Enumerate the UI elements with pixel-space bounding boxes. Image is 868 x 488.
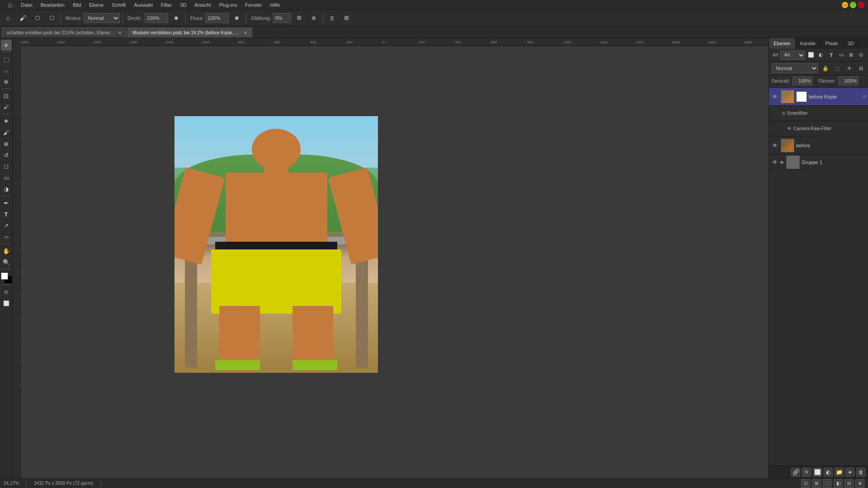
lock-px-btn[interactable]: ⬚ <box>833 64 842 73</box>
statusbar-btn-6[interactable]: ⊕ <box>855 479 864 488</box>
tab-3d[interactable]: 3D <box>843 38 859 49</box>
foreground-color-swatch[interactable] <box>1 272 8 280</box>
menu-hilfe[interactable]: Hilfe <box>266 1 283 9</box>
statusbar-btn-5[interactable]: ⊟ <box>844 479 854 488</box>
menu-fenster[interactable]: Fenster <box>241 1 265 9</box>
menu-datei[interactable]: Datei <box>17 1 36 9</box>
brush-options-btn[interactable]: ⬡ <box>31 12 43 24</box>
menu-3d[interactable]: 3D <box>176 1 190 9</box>
filter-toggle-btn[interactable]: ⊙ <box>857 51 865 60</box>
shape-tool[interactable]: ▭ <box>1 231 12 242</box>
eyedropper-tool[interactable]: 🖋 <box>1 102 12 113</box>
eraser-tool[interactable]: ◻ <box>1 161 12 172</box>
gruppe1-expand-icon[interactable]: ▶ <box>781 160 784 164</box>
add-group-btn[interactable]: 📁 <box>835 468 844 477</box>
menu-bearbeiten[interactable]: Bearbeiten <box>37 1 68 9</box>
sub-camera-raw[interactable]: 👁 Camera Raw-Filter <box>769 121 868 136</box>
opacity-input[interactable] <box>793 76 813 85</box>
menu-auswahl[interactable]: Auswahl <box>130 1 156 9</box>
deckl-input[interactable] <box>145 13 168 23</box>
statusbar-btn-2[interactable]: ⊞ <box>812 479 821 488</box>
dodge-tool[interactable]: ◑ <box>1 183 12 194</box>
deckl-toggle-btn[interactable]: ◉ <box>170 12 183 24</box>
brush-tool[interactable]: 🖌 <box>1 127 12 138</box>
add-style-btn[interactable]: fx <box>802 468 811 477</box>
zoom-tool[interactable]: 🔍 <box>1 257 12 267</box>
menu-plugins[interactable]: Plug-ins <box>215 1 241 9</box>
hand-tool[interactable]: ✋ <box>1 245 12 256</box>
fluss-input[interactable] <box>205 13 229 23</box>
mode-select[interactable]: Normal Multiplizieren Überlagern <box>84 13 120 23</box>
filter-pixel-btn[interactable]: ⬜ <box>807 51 815 60</box>
tab-kanaele[interactable]: Kanäle <box>796 38 821 49</box>
menu-schrift[interactable]: Schrift <box>108 1 129 9</box>
add-adjustment-btn[interactable]: ◐ <box>824 468 833 477</box>
fill-input[interactable] <box>838 76 859 85</box>
canvas-content[interactable] <box>21 46 769 478</box>
extra-btn[interactable]: ⊞ <box>340 12 353 24</box>
blend-mode-select[interactable]: Normal <box>772 63 818 73</box>
statusbar-btn-1[interactable]: ⊡ <box>801 479 810 488</box>
layer-gruppe1[interactable]: 👁 ▶ Gruppe 1 <box>769 155 868 170</box>
menu-filter[interactable]: Filter <box>157 1 175 9</box>
history-tool[interactable]: ↺ <box>1 150 12 160</box>
screen-mode-btn[interactable]: ⬜ <box>1 298 12 309</box>
layer-before-kopie-visibility[interactable]: 👁 <box>771 93 779 101</box>
filter-adjust-btn[interactable]: ◐ <box>817 51 825 60</box>
lock-artboard-btn[interactable]: ⊟ <box>856 64 865 73</box>
crop-tool[interactable]: ⊡ <box>1 90 12 101</box>
tab-2-close[interactable]: ✕ <box>244 30 247 35</box>
selection-tool[interactable]: ⬚ <box>1 54 12 65</box>
layer-before-visibility[interactable]: 👁 <box>771 141 779 150</box>
tab-2[interactable]: Muskeln verstärken.psdc bei 24,2% (befor… <box>127 28 252 38</box>
close-button[interactable]: ✕ <box>858 2 864 8</box>
text-tool[interactable]: T <box>1 209 12 220</box>
minimize-button[interactable]: — <box>842 2 848 8</box>
magic-wand-tool[interactable]: ✲ <box>1 76 12 87</box>
move-tool[interactable]: ✛ <box>1 40 12 51</box>
filter-shape-btn[interactable]: ▭ <box>837 51 845 60</box>
brush-preset-btn[interactable]: ⬡ <box>45 12 58 24</box>
filter-text-btn[interactable]: T <box>827 51 835 60</box>
delete-layer-btn[interactable]: 🗑 <box>856 468 865 477</box>
link-layers-btn[interactable]: 🔗 <box>791 468 800 477</box>
lasso-tool[interactable]: ⌓ <box>1 65 12 76</box>
color-swatches[interactable] <box>1 272 12 283</box>
symmetry-btn[interactable]: ⧖ <box>326 12 339 24</box>
settings-btn[interactable]: ⚙ <box>293 12 306 24</box>
glatt-input[interactable] <box>273 13 291 23</box>
fill-label: Flächen: <box>818 79 835 84</box>
tab-1[interactable]: schatten erstellen.psdc bei 23,6% (schat… <box>2 28 127 38</box>
camera-raw-visibility[interactable]: 👁 <box>787 126 792 131</box>
menu-ansicht[interactable]: Ansicht <box>191 1 214 9</box>
statusbar-btn-4[interactable]: ◧ <box>834 479 843 488</box>
layer-gruppe1-visibility[interactable]: 👁 <box>771 158 779 166</box>
statusbar-btn-3[interactable]: ⬚ <box>823 479 832 488</box>
pen-tool[interactable]: ✒ <box>1 197 12 208</box>
tab-pfade[interactable]: Pfade <box>821 38 843 49</box>
restore-button[interactable]: ❐ <box>850 2 856 8</box>
layer-before-kopie[interactable]: 👁 before Kopie ⊞ <box>769 88 868 106</box>
tab-1-close[interactable]: ✕ <box>118 30 122 35</box>
fluss-toggle-btn[interactable]: ◉ <box>231 12 243 24</box>
lock-all-btn[interactable]: 🔒 <box>821 64 830 73</box>
gradient-tool[interactable]: ▭ <box>1 172 12 183</box>
lock-pos-btn[interactable]: ✛ <box>844 64 854 73</box>
new-layer-btn[interactable]: + <box>845 468 854 477</box>
menu-bild[interactable]: Bild <box>69 1 85 9</box>
home-button[interactable]: ⌂ <box>4 0 16 11</box>
path-select-tool[interactable]: ↗ <box>1 220 12 231</box>
home-tool-btn[interactable]: ⌂ <box>2 12 14 24</box>
filter-smart-btn[interactable]: ⊞ <box>847 51 855 60</box>
brush-tool-btn[interactable]: 🖌 <box>16 12 29 24</box>
menu-ebene[interactable]: Ebene <box>85 1 107 9</box>
sub-smartfilter[interactable]: ⊞ Smartfilter <box>769 106 868 121</box>
heal-tool[interactable]: ✚ <box>1 116 12 127</box>
layer-before[interactable]: 👁 before <box>769 136 868 155</box>
kind-select[interactable]: Art <box>780 51 805 60</box>
angle-btn[interactable]: ⊕ <box>307 12 320 24</box>
quick-mask-btn[interactable]: ⊙ <box>1 286 12 297</box>
add-mask-btn[interactable]: ⬜ <box>813 468 822 477</box>
clone-tool[interactable]: ⊕ <box>1 138 12 149</box>
tab-ebenen[interactable]: Ebenen <box>769 38 796 49</box>
